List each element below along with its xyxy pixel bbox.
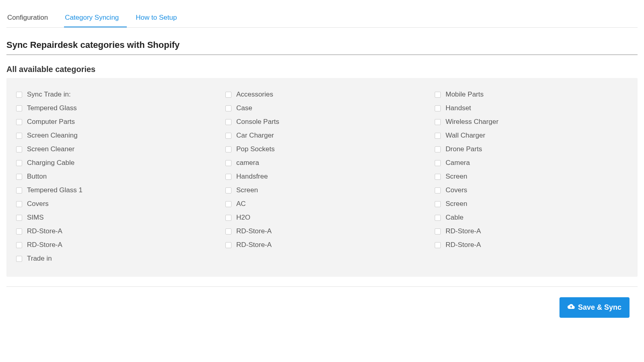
- category-item: Wireless Charger: [435, 115, 628, 129]
- save-sync-label: Save & Sync: [578, 303, 621, 312]
- category-checkbox[interactable]: [225, 133, 231, 139]
- category-checkbox[interactable]: [225, 228, 231, 234]
- category-checkbox[interactable]: [435, 160, 441, 166]
- tab-how-to-setup[interactable]: How to Setup: [135, 8, 185, 27]
- tabs-bar: Configuration Category Syncing How to Se…: [6, 8, 638, 28]
- category-label: Computer Parts: [27, 118, 75, 126]
- category-label: RD-Store-A: [236, 227, 272, 235]
- category-label: Screen: [446, 173, 467, 181]
- category-item: Drone Parts: [435, 142, 628, 156]
- category-label: Handset: [446, 104, 471, 112]
- category-label: Charging Cable: [27, 159, 74, 167]
- category-label: Case: [236, 104, 252, 112]
- category-label: camera: [236, 159, 259, 167]
- category-label: Console Parts: [236, 118, 279, 126]
- save-sync-button[interactable]: Save & Sync: [559, 297, 630, 318]
- category-checkbox[interactable]: [16, 242, 22, 248]
- category-item: Computer Parts: [16, 115, 209, 129]
- category-checkbox[interactable]: [225, 215, 231, 221]
- category-checkbox[interactable]: [225, 174, 231, 180]
- category-checkbox[interactable]: [16, 201, 22, 207]
- categories-box: Sync Trade in:Tempered GlassComputer Par…: [6, 78, 638, 277]
- category-checkbox[interactable]: [16, 174, 22, 180]
- category-label: Wall Charger: [446, 132, 485, 140]
- category-item: Wall Charger: [435, 129, 628, 142]
- category-item: Screen: [225, 183, 419, 197]
- category-label: Screen Cleaner: [27, 145, 74, 153]
- category-label: SIMS: [27, 214, 44, 222]
- category-item: AC: [225, 197, 419, 211]
- category-item: Cable: [435, 211, 628, 224]
- tab-configuration[interactable]: Configuration: [6, 8, 56, 27]
- sub-title: All available categories: [6, 65, 638, 74]
- category-label: RD-Store-A: [446, 241, 481, 249]
- category-checkbox[interactable]: [435, 187, 441, 193]
- cloud-upload-icon: [568, 303, 575, 312]
- category-checkbox[interactable]: [435, 228, 441, 234]
- category-checkbox[interactable]: [225, 105, 231, 111]
- category-item: Covers: [435, 183, 628, 197]
- category-checkbox[interactable]: [16, 119, 22, 125]
- category-checkbox[interactable]: [435, 119, 441, 125]
- category-checkbox[interactable]: [16, 105, 22, 111]
- category-label: Button: [27, 173, 47, 181]
- category-label: Car Charger: [236, 132, 274, 140]
- category-checkbox[interactable]: [435, 133, 441, 139]
- category-item: Screen Cleaning: [16, 129, 209, 142]
- category-column: AccessoriesCaseConsole PartsCar ChargerP…: [225, 88, 419, 265]
- category-item: Pop Sockets: [225, 142, 419, 156]
- tab-category-syncing[interactable]: Category Syncing: [64, 8, 127, 27]
- category-item: H2O: [225, 211, 419, 224]
- category-item: Tempered Glass 1: [16, 183, 209, 197]
- category-checkbox[interactable]: [16, 92, 22, 98]
- category-item: Console Parts: [225, 115, 419, 129]
- category-label: RD-Store-A: [446, 227, 481, 235]
- category-item: Handsfree: [225, 170, 419, 183]
- category-item: Tempered Glass: [16, 101, 209, 115]
- category-checkbox[interactable]: [435, 174, 441, 180]
- category-checkbox[interactable]: [435, 92, 441, 98]
- category-checkbox[interactable]: [225, 160, 231, 166]
- category-label: H2O: [236, 214, 250, 222]
- category-label: Drone Parts: [446, 145, 482, 153]
- category-label: Handsfree: [236, 173, 268, 181]
- category-label: Mobile Parts: [446, 90, 483, 99]
- category-label: Covers: [446, 186, 467, 194]
- category-checkbox[interactable]: [16, 146, 22, 152]
- category-item: Sync Trade in:: [16, 88, 209, 101]
- category-checkbox[interactable]: [435, 242, 441, 248]
- category-label: RD-Store-A: [236, 241, 272, 249]
- category-checkbox[interactable]: [435, 146, 441, 152]
- category-item: Button: [16, 170, 209, 183]
- footer: Save & Sync: [6, 287, 638, 318]
- category-item: Car Charger: [225, 129, 419, 142]
- category-checkbox[interactable]: [16, 215, 22, 221]
- category-checkbox[interactable]: [225, 92, 231, 98]
- category-checkbox[interactable]: [435, 201, 441, 207]
- category-checkbox[interactable]: [16, 160, 22, 166]
- category-item: RD-Store-A: [16, 238, 209, 252]
- category-checkbox[interactable]: [16, 228, 22, 234]
- category-item: RD-Store-A: [435, 224, 628, 238]
- category-item: Mobile Parts: [435, 88, 628, 101]
- category-label: Wireless Charger: [446, 118, 498, 126]
- category-item: Trade in: [16, 252, 209, 265]
- category-checkbox[interactable]: [225, 242, 231, 248]
- category-item: RD-Store-A: [225, 224, 419, 238]
- category-checkbox[interactable]: [225, 119, 231, 125]
- category-checkbox[interactable]: [225, 187, 231, 193]
- category-checkbox[interactable]: [225, 201, 231, 207]
- category-label: Trade in: [27, 255, 52, 263]
- category-label: AC: [236, 200, 246, 208]
- category-checkbox[interactable]: [435, 215, 441, 221]
- category-item: Screen: [435, 197, 628, 211]
- category-label: Sync Trade in:: [27, 90, 71, 99]
- category-checkbox[interactable]: [16, 187, 22, 193]
- category-checkbox[interactable]: [225, 146, 231, 152]
- category-checkbox[interactable]: [435, 105, 441, 111]
- category-label: Accessories: [236, 90, 273, 99]
- category-item: Screen Cleaner: [16, 142, 209, 156]
- category-checkbox[interactable]: [16, 133, 22, 139]
- category-checkbox[interactable]: [16, 256, 22, 262]
- category-item: Screen: [435, 170, 628, 183]
